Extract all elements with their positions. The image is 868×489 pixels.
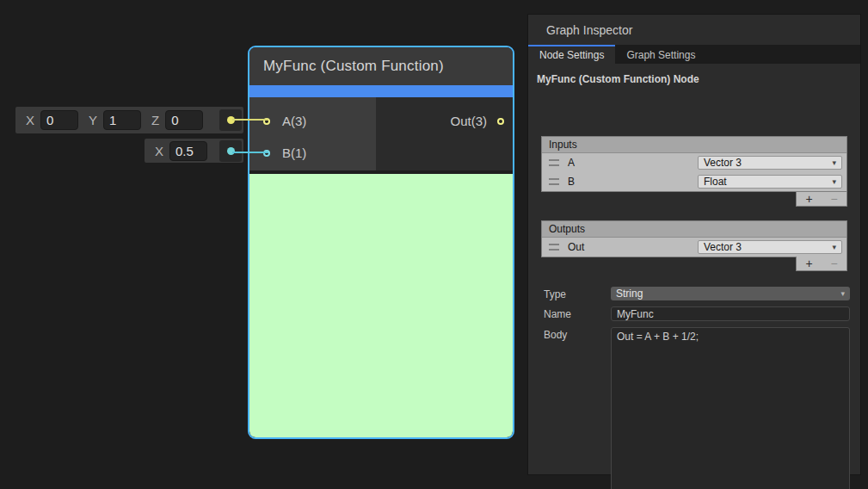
name-label: Name — [544, 308, 571, 320]
port-b-label: B(1) — [282, 145, 306, 160]
drag-handle-icon[interactable] — [549, 159, 559, 166]
float-input-widget: X — [145, 139, 243, 163]
custom-function-node[interactable]: MyFunc (Custom Function) A(3) B(1) Out(3… — [248, 46, 514, 439]
type-value: String — [616, 288, 643, 300]
inputs-list-footer: + − — [796, 192, 847, 207]
vector3-y-input[interactable] — [103, 110, 141, 130]
dropdown-arrow-icon: ▾ — [832, 244, 836, 251]
field-label-x: X — [155, 144, 163, 158]
node-accent-bar — [249, 85, 513, 97]
input-b-name: B — [568, 176, 575, 188]
type-dropdown[interactable]: String ▾ — [611, 287, 850, 300]
float-port-cell[interactable] — [219, 140, 242, 162]
node-preview[interactable] — [249, 174, 513, 437]
dropdown-arrow-icon: ▾ — [832, 159, 836, 167]
field-label-x: X — [26, 113, 34, 127]
port-out-connector-icon[interactable] — [497, 118, 504, 125]
output-out-type-dropdown[interactable]: Vector 3 ▾ — [698, 240, 842, 254]
body-label: Body — [544, 329, 567, 341]
input-a-type-dropdown[interactable]: Vector 3 ▾ — [698, 156, 842, 170]
node-input-ports: A(3) B(1) — [249, 97, 376, 170]
port-out-label: Out(3) — [450, 114, 487, 128]
tab-graph-settings[interactable]: Graph Settings — [615, 45, 706, 64]
outputs-add-button[interactable]: + — [805, 257, 812, 269]
input-b-type-dropdown[interactable]: Float ▾ — [698, 175, 842, 189]
outputs-list-footer: + − — [796, 257, 847, 271]
outputs-remove-button[interactable]: − — [830, 257, 837, 269]
dropdown-arrow-icon: ▾ — [840, 290, 845, 298]
list-row-input-a[interactable]: A Vector 3 ▾ — [542, 153, 846, 172]
field-label-z: Z — [151, 113, 159, 127]
inspector-node-heading: MyFunc (Custom Function) Node — [528, 64, 860, 85]
list-row-output-out[interactable]: Out Vector 3 ▾ — [542, 238, 846, 257]
output-out-name: Out — [568, 241, 584, 253]
inspector-title[interactable]: Graph Inspector — [528, 15, 860, 45]
list-row-input-b[interactable]: B Float ▾ — [542, 172, 846, 191]
field-label-y: Y — [89, 113, 97, 127]
port-row-out: Out(3) — [376, 105, 513, 137]
outputs-list: Outputs Out Vector 3 ▾ — [541, 220, 847, 257]
node-output-ports: Out(3) — [376, 97, 513, 170]
type-label: Type — [544, 288, 566, 300]
input-a-type-value: Vector 3 — [704, 157, 742, 169]
input-a-name: A — [568, 157, 575, 169]
tab-node-settings[interactable]: Node Settings — [528, 45, 615, 64]
output-out-type-value: Vector 3 — [704, 241, 742, 253]
node-title: MyFunc (Custom Function) — [249, 47, 513, 85]
vector3-x-input[interactable] — [40, 110, 78, 130]
outputs-list-header: Outputs — [542, 221, 846, 238]
port-a-label: A(3) — [282, 114, 306, 128]
drag-handle-icon[interactable] — [549, 178, 559, 185]
port-row-b: B(1) — [249, 137, 376, 169]
inputs-list-header: Inputs — [542, 137, 846, 153]
edge-float-to-b[interactable] — [232, 152, 268, 153]
graph-inspector-panel: Graph Inspector Node Settings Graph Sett… — [527, 14, 861, 475]
function-name-input[interactable] — [611, 306, 850, 321]
dropdown-arrow-icon: ▾ — [832, 178, 836, 186]
inputs-remove-button[interactable]: − — [830, 193, 837, 205]
float-x-input[interactable] — [169, 141, 207, 161]
node-ports-area: A(3) B(1) Out(3) — [249, 97, 513, 170]
inputs-add-button[interactable]: + — [805, 193, 812, 205]
edge-vector3-to-a[interactable] — [232, 119, 268, 121]
port-row-a: A(3) — [249, 105, 376, 137]
vector3-input-widget: X Y Z — [15, 107, 243, 133]
function-body-textarea[interactable]: Out = A + B + 1/2; — [611, 327, 850, 489]
float-port-dot-icon — [227, 147, 235, 155]
drag-handle-icon[interactable] — [549, 244, 559, 251]
vector3-z-input[interactable] — [165, 110, 203, 130]
inspector-tabstrip: Node Settings Graph Settings — [528, 45, 860, 64]
inputs-list: Inputs A Vector 3 ▾ B Float ▾ — [541, 136, 847, 192]
input-b-type-value: Float — [704, 176, 727, 188]
